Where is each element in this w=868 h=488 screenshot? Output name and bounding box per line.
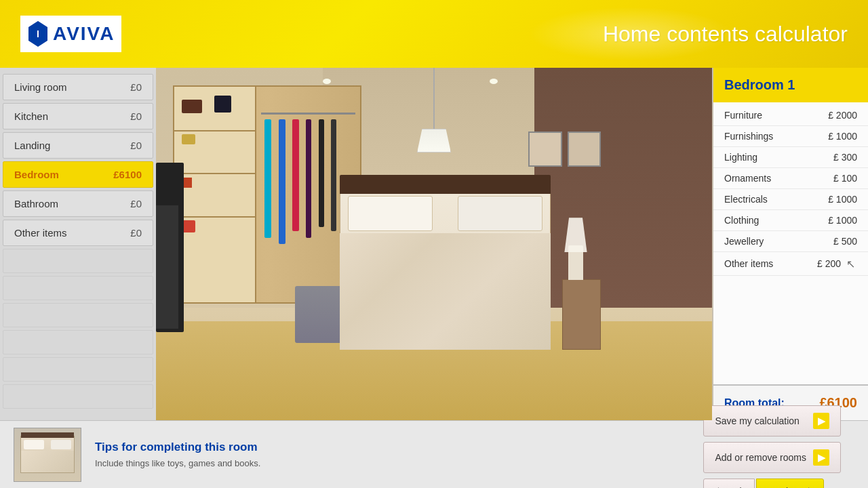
pendant-shade xyxy=(417,129,451,152)
back-button[interactable]: Back xyxy=(703,479,754,489)
pillow-right xyxy=(458,196,542,232)
panel-row-jewellery[interactable]: Jewellery £ 500 xyxy=(713,231,868,252)
header-title: Home contents calculator xyxy=(603,22,848,47)
sidebar-item-bathroom[interactable]: Bathroom £0 xyxy=(3,190,153,217)
panel-header: Bedroom 1 xyxy=(713,68,868,102)
svg-text:I: I xyxy=(37,28,39,39)
panel-title: Bedroom 1 xyxy=(724,77,795,92)
pillow-left xyxy=(348,196,433,232)
panel-row-furniture[interactable]: Furniture £ 2000 xyxy=(713,105,868,126)
add-remove-arrow-icon: ▶ xyxy=(813,449,829,466)
pendant-light xyxy=(417,68,451,152)
clothing-black2 xyxy=(331,119,336,232)
accent-wall xyxy=(534,68,712,308)
panel-row-electricals[interactable]: Electricals £ 1000 xyxy=(713,189,868,210)
bed-cover xyxy=(340,233,551,350)
add-remove-rooms-button[interactable]: Add or remove rooms ▶ xyxy=(703,442,841,473)
clothing-cyan xyxy=(264,119,271,238)
ceiling-light-1 xyxy=(323,79,331,84)
header: I AVIVA Home contents calculator xyxy=(0,0,868,68)
clothing-black xyxy=(319,119,324,227)
room-panel: Bedroom 1 Furniture £ 2000 Furnishings £… xyxy=(712,68,868,420)
bed-body xyxy=(340,188,551,350)
picture-frame-2 xyxy=(568,131,601,167)
footer-buttons: Save my calculation ▶ Add or remove room… xyxy=(703,405,841,489)
panel-row-ornaments[interactable]: Ornaments £ 100 xyxy=(713,168,868,189)
sidebar-empty-6 xyxy=(3,384,153,409)
mini-bed-cover xyxy=(21,451,74,472)
clothing-dark xyxy=(306,119,311,238)
tv-screen xyxy=(156,205,178,329)
panel-row-clothing[interactable]: Clothing £ 1000 xyxy=(713,210,868,231)
sidebar-item-kitchen[interactable]: Kitchen £0 xyxy=(3,103,153,129)
bed xyxy=(340,188,551,350)
sidebar-empty-3 xyxy=(3,303,153,327)
sidebar-empty-5 xyxy=(3,357,153,382)
pendant-cord xyxy=(433,68,435,129)
shelf-item-shoes xyxy=(182,220,195,232)
sidebar-item-other-items[interactable]: Other items £0 xyxy=(3,220,153,246)
tips-text: Include things like toys, games and book… xyxy=(95,458,690,468)
mini-pillow-l xyxy=(24,440,44,449)
footer-room-thumbnail xyxy=(14,428,81,482)
sidebar: Living room £0 Kitchen £0 Landing £0 Bed… xyxy=(0,68,156,420)
sidebar-empty-2 xyxy=(3,276,153,300)
wardrobe xyxy=(173,85,362,304)
save-calculation-button[interactable]: Save my calculation ▶ xyxy=(703,405,841,436)
sidebar-item-living-room[interactable]: Living room £0 xyxy=(3,74,153,100)
mini-pillow-r xyxy=(51,440,71,449)
panel-row-lighting[interactable]: Lighting £ 300 xyxy=(713,147,868,168)
footer-tips: Tips for completing this room Include th… xyxy=(95,441,690,468)
mini-bed-headboard xyxy=(21,432,74,438)
continue-button[interactable]: Continue xyxy=(756,479,824,489)
headboard xyxy=(340,175,551,195)
panel-row-furnishings[interactable]: Furnishings £ 1000 xyxy=(713,126,868,147)
clothes-rod xyxy=(261,113,355,115)
save-arrow-icon: ▶ xyxy=(813,413,829,429)
ceiling-light-2 xyxy=(490,79,498,84)
clothing-red xyxy=(292,119,299,232)
nav-buttons: Back Continue xyxy=(703,479,841,489)
shelf-item-trophy xyxy=(182,134,195,144)
sidebar-item-landing[interactable]: Landing £0 xyxy=(3,132,153,159)
mini-bed xyxy=(20,436,75,473)
room-image xyxy=(156,68,712,420)
logo-container: I AVIVA xyxy=(20,16,121,52)
room-background xyxy=(156,68,712,420)
shelf-1 xyxy=(174,130,255,131)
shelf-2 xyxy=(174,173,255,174)
aviva-logo-icon: I xyxy=(27,20,49,48)
shelf-item-bag xyxy=(182,100,202,113)
main-content: Living room £0 Kitchen £0 Landing £0 Bed… xyxy=(0,68,868,420)
shelf-3 xyxy=(174,216,255,218)
shelf-item-bag2 xyxy=(214,96,231,113)
footer: Tips for completing this room Include th… xyxy=(0,420,868,488)
panel-items-list: Furniture £ 2000 Furnishings £ 1000 Ligh… xyxy=(713,102,868,384)
tips-title: Tips for completing this room xyxy=(95,441,690,454)
clothing-blue xyxy=(279,119,285,245)
cursor-icon: ↖ xyxy=(844,257,857,270)
logo-text: AVIVA xyxy=(53,23,115,45)
sidebar-empty-1 xyxy=(3,249,153,273)
panel-row-other-items[interactable]: Other items £ 200 ↖ xyxy=(713,252,868,276)
picture-frame-1 xyxy=(528,131,561,167)
sidebar-item-bedroom[interactable]: Bedroom £6100 xyxy=(3,161,153,188)
wardrobe-shelves xyxy=(174,87,256,302)
nightstand xyxy=(562,279,601,350)
logo-box: I AVIVA xyxy=(20,16,121,52)
sidebar-empty-4 xyxy=(3,330,153,354)
